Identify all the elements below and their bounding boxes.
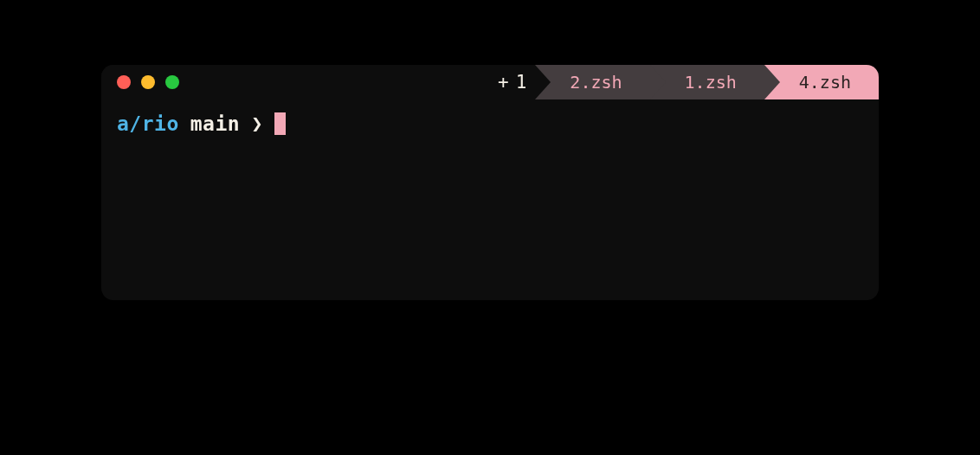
tab-label: 1.zsh <box>685 72 737 93</box>
traffic-lights <box>101 75 195 89</box>
titlebar: + 1 2.zsh 1.zsh 4.zsh <box>101 65 879 99</box>
tab-1-zsh[interactable]: 1.zsh <box>650 65 764 99</box>
tab-2-zsh[interactable]: 2.zsh <box>535 65 649 99</box>
tab-label: 4.zsh <box>799 72 851 93</box>
zoom-icon[interactable] <box>165 75 179 89</box>
minimize-icon[interactable] <box>141 75 155 89</box>
terminal-window: + 1 2.zsh 1.zsh 4.zsh a/rio main ❯ <box>101 65 879 300</box>
cursor <box>274 112 286 135</box>
prompt-chevron-icon: ❯ <box>251 111 263 138</box>
prompt-line: a/rio main ❯ <box>117 110 863 138</box>
close-icon[interactable] <box>117 75 131 89</box>
tab-strip: 2.zsh 1.zsh 4.zsh <box>535 65 879 99</box>
prompt-path: a/rio <box>117 110 179 138</box>
tab-count: 1 <box>516 72 527 93</box>
tab-label: 2.zsh <box>570 72 622 93</box>
tab-4-zsh[interactable]: 4.zsh <box>764 65 879 99</box>
plus-icon: + <box>498 72 509 93</box>
new-tab-button[interactable]: + 1 <box>498 72 526 93</box>
prompt-branch: main <box>190 110 240 138</box>
terminal-body[interactable]: a/rio main ❯ <box>101 99 879 300</box>
